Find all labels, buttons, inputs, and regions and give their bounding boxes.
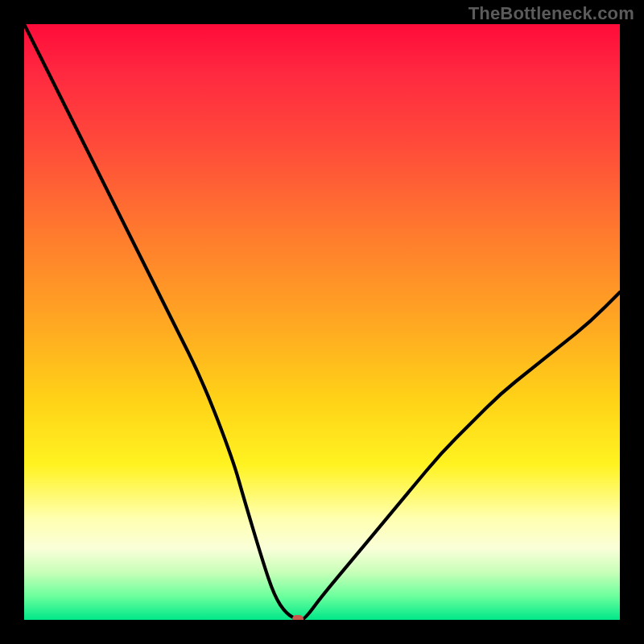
bottleneck-curve bbox=[24, 24, 620, 620]
plot-area bbox=[24, 24, 620, 620]
curve-path bbox=[24, 24, 620, 620]
chart-frame: TheBottleneck.com bbox=[0, 0, 644, 644]
watermark-text: TheBottleneck.com bbox=[469, 3, 634, 24]
optimum-marker-icon bbox=[292, 615, 303, 620]
